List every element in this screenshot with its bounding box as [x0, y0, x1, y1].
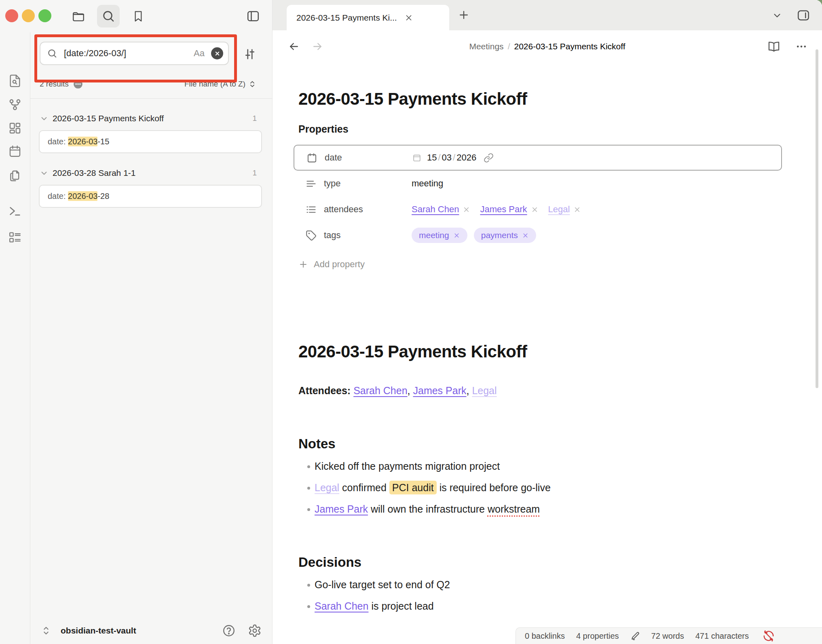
breadcrumb: Meetings / 2026-03-15 Payments Kickoff: [469, 42, 625, 51]
property-row-date[interactable]: date 15/03/2026: [294, 145, 782, 171]
property-row-attendees[interactable]: attendees Sarah Chen James Park: [294, 196, 782, 222]
breadcrumb-separator: /: [508, 42, 510, 51]
text: Go-live target set to end of Q2: [315, 579, 450, 590]
layout-dashboard-icon[interactable]: [8, 121, 22, 135]
link-icon[interactable]: [484, 153, 494, 163]
panel-left-toggle-icon[interactable]: [242, 5, 264, 27]
remove-chip-icon[interactable]: [573, 206, 581, 213]
properties-table: date 15/03/2026: [294, 145, 782, 248]
attendee-link-unresolved[interactable]: Legal: [548, 204, 570, 215]
list-item: Sarah Chen is project lead: [298, 595, 782, 617]
wikilink[interactable]: Sarah Chen: [315, 600, 368, 612]
calendar-icon[interactable]: [8, 144, 22, 158]
tag-pill[interactable]: payments: [474, 228, 536, 243]
file-search-icon[interactable]: [8, 74, 22, 88]
inline-title[interactable]: 2026-03-15 Payments Kickoff: [298, 89, 782, 109]
property-row-type[interactable]: type meeting: [294, 171, 782, 196]
result-group-header[interactable]: 2026-03-15 Payments Kickoff 1: [40, 111, 263, 126]
calendar-icon: [306, 152, 317, 163]
attendee-link[interactable]: Sarah Chen: [412, 204, 459, 215]
graph-icon[interactable]: [8, 98, 22, 112]
property-label: type: [324, 178, 341, 189]
vault-name[interactable]: obsidian-test-vault: [61, 626, 136, 636]
tag-pill[interactable]: meeting: [412, 228, 467, 243]
properties-heading: Properties: [298, 123, 782, 135]
bookmark-icon[interactable]: [127, 5, 150, 27]
tag-label: meeting: [419, 230, 449, 240]
tab-list-chevron-icon[interactable]: [772, 10, 782, 21]
search-input-magnifier-icon: [47, 48, 57, 59]
result-file-title: 2026-03-28 Sarah 1-1: [53, 168, 135, 178]
chevrons-up-down-icon: [248, 80, 257, 89]
search-box[interactable]: Aa: [40, 42, 229, 65]
date-value[interactable]: 15/03/2026: [412, 152, 494, 163]
left-titlebar: [0, 0, 272, 32]
reading-view-book-icon[interactable]: [767, 40, 781, 53]
remove-tag-icon[interactable]: [522, 232, 529, 239]
new-tab-plus-icon[interactable]: [458, 9, 470, 21]
forward-arrow-icon[interactable]: [311, 40, 323, 53]
search-pane: Aa 2 results File name (A to Z): [30, 32, 272, 644]
property-label: date: [325, 152, 342, 163]
panel-right-toggle-icon[interactable]: [796, 8, 811, 23]
property-row-tags[interactable]: tags meeting payments: [294, 222, 782, 248]
result-group-header[interactable]: 2026-03-28 Sarah 1-1 1: [40, 165, 263, 181]
terminal-icon[interactable]: [8, 204, 22, 218]
search-match-item[interactable]: date: 2026-03-28: [39, 185, 262, 208]
status-bar: 0 backlinks 4 properties 72 words 471 ch…: [516, 627, 822, 644]
wikilink-unresolved[interactable]: Legal: [315, 482, 339, 493]
remove-tag-icon[interactable]: [453, 232, 460, 239]
match-suffix: -28: [97, 192, 109, 201]
text: is required before go-live: [437, 482, 551, 493]
notes-heading: Notes: [298, 436, 782, 452]
clear-search-icon[interactable]: [211, 47, 223, 59]
property-label: tags: [324, 230, 341, 241]
wikilink-unresolved[interactable]: Legal: [472, 385, 497, 396]
more-options-icon[interactable]: [795, 40, 807, 53]
settings-gear-icon[interactable]: [248, 624, 262, 638]
text: confirmed: [339, 482, 389, 493]
tab-title: 2026-03-15 Payments Ki...: [296, 13, 397, 23]
edit-pencil-icon[interactable]: [630, 631, 641, 641]
remove-chip-icon[interactable]: [463, 206, 470, 213]
search-match-item[interactable]: date: 2026-03-15: [39, 130, 262, 153]
search-settings-sliders-icon[interactable]: [243, 47, 257, 61]
word-count: 72 words: [651, 631, 684, 641]
search-icon[interactable]: [97, 5, 120, 27]
tag-label: payments: [481, 230, 518, 240]
search-input[interactable]: [63, 48, 194, 59]
wikilink[interactable]: Sarah Chen: [353, 385, 407, 396]
breadcrumb-parent[interactable]: Meetings: [469, 42, 503, 51]
add-property-button[interactable]: Add property: [298, 256, 782, 272]
folder-icon[interactable]: [67, 5, 90, 27]
list-item: Go-live target set to end of Q2: [298, 574, 782, 595]
property-value[interactable]: meeting: [412, 178, 443, 189]
results-info-ellipsis-icon[interactable]: [73, 79, 83, 89]
vault-switcher-icon[interactable]: [40, 625, 52, 636]
body-heading-1: 2026-03-15 Payments Kickoff: [298, 342, 782, 361]
help-icon[interactable]: [222, 624, 236, 638]
attendees-paragraph: Attendees: Sarah Chen, James Park, Legal: [298, 385, 782, 397]
sort-order-control[interactable]: File name (A to Z): [184, 80, 257, 89]
minimize-window-button[interactable]: [22, 9, 35, 22]
date-day[interactable]: 15: [427, 152, 437, 163]
close-tab-icon[interactable]: [404, 13, 413, 22]
sync-disabled-icon[interactable]: [763, 630, 775, 642]
text: is project lead: [368, 600, 433, 612]
date-month[interactable]: 03: [442, 152, 452, 163]
attendee-link[interactable]: James Park: [480, 204, 527, 215]
date-year[interactable]: 2026: [456, 152, 476, 163]
tab-active[interactable]: 2026-03-15 Payments Ki...: [287, 5, 449, 30]
files-icon[interactable]: [8, 169, 22, 183]
wikilink[interactable]: James Park: [413, 385, 466, 396]
decisions-list: Go-live target set to end of Q2 Sarah Ch…: [298, 574, 782, 617]
backlinks-count[interactable]: 0 backlinks: [525, 631, 565, 641]
layout-list-icon[interactable]: [8, 230, 22, 244]
remove-chip-icon[interactable]: [531, 206, 539, 213]
back-arrow-icon[interactable]: [288, 40, 300, 53]
misspelled-word: workstream: [488, 503, 540, 515]
close-window-button[interactable]: [5, 9, 18, 22]
zoom-window-button[interactable]: [38, 9, 51, 22]
wikilink[interactable]: James Park: [315, 503, 368, 515]
match-case-toggle[interactable]: Aa: [194, 48, 205, 59]
